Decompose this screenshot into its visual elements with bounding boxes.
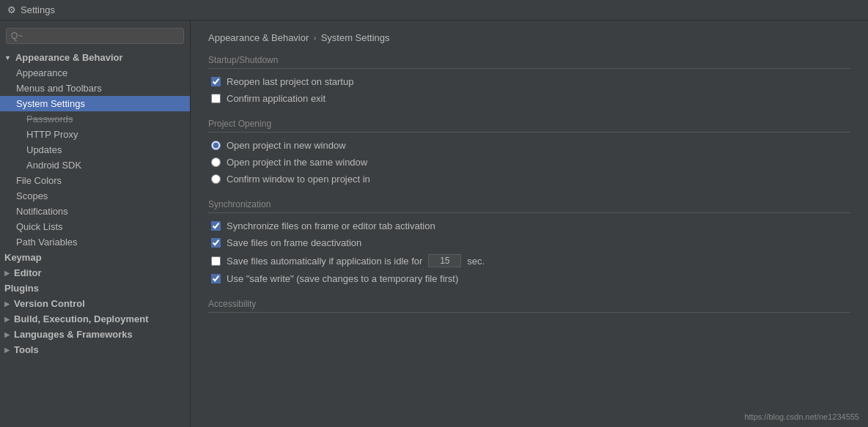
open-new-window-radio[interactable]: [211, 141, 221, 150]
breadcrumb-part1: Appearance & Behavior: [208, 32, 309, 43]
confirm-window-radio[interactable]: [211, 174, 221, 184]
sidebar-label: Tools: [14, 344, 39, 355]
sidebar-label: Menus and Toolbars: [16, 83, 102, 94]
save-files-idle-label[interactable]: Save files automatically if application …: [227, 256, 422, 267]
search-box[interactable]: Q~: [6, 28, 184, 44]
project-opening-section: Project Opening Open project in new wind…: [208, 119, 850, 185]
breadcrumb-part2: System Settings: [321, 32, 390, 43]
sidebar-item-scopes[interactable]: Scopes: [0, 188, 190, 204]
idle-seconds-suffix: sec.: [467, 256, 485, 267]
settings-icon: ⚙: [7, 4, 16, 15]
open-same-window-label[interactable]: Open project in the same window: [227, 157, 367, 168]
confirm-window-row: Confirm window to open project in: [208, 174, 850, 185]
startup-shutdown-title: Startup/Shutdown: [208, 55, 850, 69]
expand-icon: ▼: [4, 54, 11, 62]
sidebar-item-keymap[interactable]: Keymap: [0, 250, 190, 265]
content-area: Appearance & Behavior › System Settings …: [191, 21, 868, 427]
breadcrumb: Appearance & Behavior › System Settings: [208, 32, 850, 43]
sidebar-item-http-proxy[interactable]: HTTP Proxy: [0, 127, 190, 142]
accessibility-section: Accessibility: [208, 299, 850, 313]
sync-files-frame-checkbox[interactable]: [211, 221, 221, 231]
footer-url: https://blog.csdn.net/ne1234555: [744, 412, 859, 421]
sidebar-label: Path Variables: [16, 237, 78, 248]
expand-icon: ▶: [4, 346, 10, 354]
sidebar-item-updates[interactable]: Updates: [0, 142, 190, 157]
project-opening-title: Project Opening: [208, 119, 850, 133]
sidebar-label: Appearance: [16, 67, 67, 78]
open-same-window-row: Open project in the same window: [208, 157, 850, 168]
sidebar: Q~ ▼ Appearance & Behavior Appearance Me…: [0, 21, 191, 427]
sidebar-label: Editor: [14, 267, 42, 278]
sidebar-label: Appearance & Behavior: [15, 52, 123, 63]
expand-icon: ▶: [4, 331, 10, 338]
sidebar-item-android-sdk[interactable]: Android SDK: [0, 157, 190, 173]
sidebar-item-notifications[interactable]: Notifications: [0, 204, 190, 219]
sidebar-label: Quick Lists: [16, 221, 63, 232]
sidebar-label: HTTP Proxy: [26, 129, 78, 140]
window-title: Settings: [21, 4, 55, 15]
sidebar-label: Keymap: [4, 252, 42, 263]
save-files-deactivation-label[interactable]: Save files on frame deactivation: [227, 237, 361, 248]
confirm-exit-checkbox[interactable]: [211, 94, 221, 103]
sidebar-item-file-colors[interactable]: File Colors: [0, 173, 190, 188]
startup-shutdown-section: Startup/Shutdown Reopen last project on …: [208, 55, 850, 104]
confirm-window-label[interactable]: Confirm window to open project in: [227, 174, 370, 185]
sidebar-label: Version Control: [14, 298, 85, 309]
search-input[interactable]: [26, 31, 179, 41]
sidebar-label: Passwords: [26, 114, 73, 125]
sidebar-item-appearance-behavior[interactable]: ▼ Appearance & Behavior: [0, 50, 190, 65]
sidebar-item-path-variables[interactable]: Path Variables: [0, 234, 190, 250]
sidebar-item-menus-toolbars[interactable]: Menus and Toolbars: [0, 81, 190, 96]
sidebar-item-system-settings[interactable]: System Settings: [0, 96, 190, 111]
save-files-idle-row: Save files automatically if application …: [208, 254, 850, 267]
reopen-last-project-label[interactable]: Reopen last project on startup: [227, 76, 353, 87]
sidebar-item-tools[interactable]: ▶ Tools: [0, 342, 190, 357]
sidebar-label: Build, Execution, Deployment: [14, 313, 148, 324]
open-same-window-radio[interactable]: [211, 157, 221, 167]
sidebar-item-plugins[interactable]: Plugins: [0, 281, 190, 296]
idle-seconds-input[interactable]: [428, 254, 461, 267]
sidebar-item-quick-lists[interactable]: Quick Lists: [0, 219, 190, 234]
sidebar-item-build-execution[interactable]: ▶ Build, Execution, Deployment: [0, 311, 190, 327]
expand-icon: ▶: [4, 316, 10, 323]
sidebar-label: Scopes: [16, 190, 48, 201]
save-files-deactivation-checkbox[interactable]: [211, 238, 221, 248]
sidebar-item-passwords[interactable]: Passwords: [0, 111, 190, 127]
search-icon: Q~: [11, 31, 23, 41]
confirm-exit-label[interactable]: Confirm application exit: [227, 93, 326, 104]
accessibility-title: Accessibility: [208, 299, 850, 313]
sidebar-item-languages-frameworks[interactable]: ▶ Languages & Frameworks: [0, 327, 190, 342]
expand-icon: ▶: [4, 300, 10, 308]
synchronization-title: Synchronization: [208, 199, 850, 213]
save-files-deactivation-row: Save files on frame deactivation: [208, 237, 850, 248]
safe-write-checkbox[interactable]: [211, 274, 221, 283]
confirm-exit-row: Confirm application exit: [208, 93, 850, 104]
safe-write-label[interactable]: Use "safe write" (save changes to a temp…: [227, 273, 458, 284]
breadcrumb-sep: ›: [313, 32, 316, 43]
sidebar-label: File Colors: [16, 175, 62, 186]
reopen-last-project-checkbox[interactable]: [211, 77, 221, 86]
sidebar-label: Android SDK: [26, 160, 81, 171]
expand-icon: ▶: [4, 270, 10, 277]
sidebar-label: Notifications: [16, 206, 68, 217]
open-new-window-label[interactable]: Open project in new window: [227, 140, 346, 151]
sync-files-frame-label[interactable]: Synchronize files on frame or editor tab…: [227, 220, 435, 231]
sidebar-item-version-control[interactable]: ▶ Version Control: [0, 296, 190, 311]
sidebar-label: Languages & Frameworks: [14, 329, 133, 340]
sidebar-item-appearance[interactable]: Appearance: [0, 65, 190, 81]
sidebar-label: Plugins: [4, 283, 39, 294]
reopen-last-project-row: Reopen last project on startup: [208, 76, 850, 87]
main-container: Q~ ▼ Appearance & Behavior Appearance Me…: [0, 21, 868, 427]
synchronization-section: Synchronization Synchronize files on fra…: [208, 199, 850, 284]
title-bar: ⚙ Settings: [0, 0, 868, 21]
sidebar-item-editor[interactable]: ▶ Editor: [0, 265, 190, 281]
sync-files-frame-row: Synchronize files on frame or editor tab…: [208, 220, 850, 231]
safe-write-row: Use "safe write" (save changes to a temp…: [208, 273, 850, 284]
open-new-window-row: Open project in new window: [208, 140, 850, 151]
sidebar-label: Updates: [26, 144, 62, 155]
save-files-idle-checkbox[interactable]: [211, 256, 221, 266]
sidebar-label: System Settings: [16, 98, 85, 109]
